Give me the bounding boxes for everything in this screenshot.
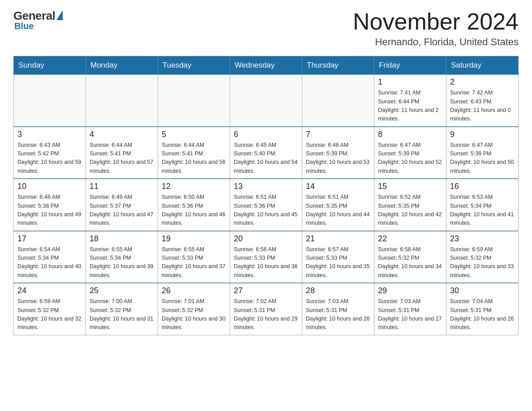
day-info: Sunrise: 6:49 AMSunset: 5:37 PMDaylight:… [90,193,154,228]
calendar-title: November 2024 [353,9,519,34]
day-number: 11 [90,182,154,191]
calendar-cell-w1-d5: 8Sunrise: 6:47 AMSunset: 5:39 PMDaylight… [374,127,446,179]
header-friday: Friday [374,56,446,75]
week-row-0: 1Sunrise: 7:41 AMSunset: 6:44 PMDaylight… [14,75,519,127]
day-number: 24 [17,286,82,295]
calendar-cell-w4-d4: 28Sunrise: 7:03 AMSunset: 5:31 PMDayligh… [302,283,374,335]
day-number: 17 [17,234,82,244]
calendar-cell-w0-d0 [14,75,86,127]
page-header: General Blue November 2024 Hernando, Flo… [13,9,519,48]
day-number: 20 [234,234,298,244]
location-subtitle: Hernando, Florida, United States [353,36,519,48]
calendar-cell-w2-d1: 11Sunrise: 6:49 AMSunset: 5:37 PMDayligh… [86,179,158,231]
day-number: 30 [450,286,515,295]
week-row-2: 10Sunrise: 6:48 AMSunset: 5:38 PMDayligh… [14,179,519,231]
calendar-cell-w3-d3: 20Sunrise: 6:56 AMSunset: 5:33 PMDayligh… [230,231,302,283]
day-info: Sunrise: 7:03 AMSunset: 5:31 PMDaylight:… [378,297,442,332]
day-number: 26 [162,286,226,295]
day-info: Sunrise: 6:52 AMSunset: 5:35 PMDaylight:… [378,193,442,228]
calendar-cell-w1-d3: 6Sunrise: 6:45 AMSunset: 5:40 PMDaylight… [230,127,302,179]
day-info: Sunrise: 6:53 AMSunset: 5:34 PMDaylight:… [450,193,515,228]
day-info: Sunrise: 6:46 AMSunset: 5:39 PMDaylight:… [306,141,370,176]
day-info: Sunrise: 7:41 AMSunset: 6:44 PMDaylight:… [378,89,442,124]
day-info: Sunrise: 7:03 AMSunset: 5:31 PMDaylight:… [306,297,370,332]
day-number: 29 [378,286,442,295]
day-info: Sunrise: 7:02 AMSunset: 5:31 PMDaylight:… [234,297,298,332]
calendar-cell-w4-d5: 29Sunrise: 7:03 AMSunset: 5:31 PMDayligh… [374,283,446,335]
calendar-cell-w2-d6: 16Sunrise: 6:53 AMSunset: 5:34 PMDayligh… [446,179,519,231]
calendar-cell-w3-d6: 23Sunrise: 6:59 AMSunset: 5:32 PMDayligh… [446,231,519,283]
calendar-cell-w0-d6: 2Sunrise: 7:42 AMSunset: 6:43 PMDaylight… [446,75,519,127]
calendar-cell-w1-d4: 7Sunrise: 6:46 AMSunset: 5:39 PMDaylight… [302,127,374,179]
calendar-cell-w4-d0: 24Sunrise: 6:59 AMSunset: 5:32 PMDayligh… [14,283,86,335]
day-number: 5 [162,130,226,139]
day-info: Sunrise: 6:57 AMSunset: 5:33 PMDaylight:… [306,245,370,280]
day-info: Sunrise: 6:51 AMSunset: 5:35 PMDaylight:… [306,193,370,228]
header-monday: Monday [86,56,158,75]
day-info: Sunrise: 6:59 AMSunset: 5:32 PMDaylight:… [450,245,515,280]
day-info: Sunrise: 6:43 AMSunset: 5:42 PMDaylight:… [17,141,82,176]
calendar-cell-w0-d3 [230,75,302,127]
calendar-cell-w3-d4: 21Sunrise: 6:57 AMSunset: 5:33 PMDayligh… [302,231,374,283]
day-number: 14 [306,182,370,191]
day-number: 1 [378,77,442,87]
day-info: Sunrise: 6:59 AMSunset: 5:32 PMDaylight:… [17,297,82,332]
day-info: Sunrise: 6:47 AMSunset: 5:39 PMDaylight:… [378,141,442,176]
day-info: Sunrise: 6:58 AMSunset: 5:32 PMDaylight:… [378,245,442,280]
day-info: Sunrise: 6:44 AMSunset: 5:41 PMDaylight:… [90,141,154,176]
day-info: Sunrise: 7:42 AMSunset: 6:43 PMDaylight:… [450,89,515,124]
header-tuesday: Tuesday [158,56,230,75]
day-number: 23 [450,234,515,244]
day-info: Sunrise: 6:44 AMSunset: 5:41 PMDaylight:… [162,141,226,176]
calendar-cell-w1-d2: 5Sunrise: 6:44 AMSunset: 5:41 PMDaylight… [158,127,230,179]
header-thursday: Thursday [302,56,374,75]
day-info: Sunrise: 6:55 AMSunset: 5:33 PMDaylight:… [162,245,226,280]
week-row-1: 3Sunrise: 6:43 AMSunset: 5:42 PMDaylight… [14,127,519,179]
calendar-cell-w3-d0: 17Sunrise: 6:54 AMSunset: 5:34 PMDayligh… [14,231,86,283]
calendar-cell-w2-d4: 14Sunrise: 6:51 AMSunset: 5:35 PMDayligh… [302,179,374,231]
calendar-cell-w3-d2: 19Sunrise: 6:55 AMSunset: 5:33 PMDayligh… [158,231,230,283]
day-number: 13 [234,182,298,191]
calendar-cell-w1-d6: 9Sunrise: 6:47 AMSunset: 5:38 PMDaylight… [446,127,519,179]
logo: General Blue [13,9,63,31]
day-number: 27 [234,286,298,295]
calendar-cell-w3-d1: 18Sunrise: 6:55 AMSunset: 5:34 PMDayligh… [86,231,158,283]
header-wednesday: Wednesday [230,56,302,75]
week-row-4: 24Sunrise: 6:59 AMSunset: 5:32 PMDayligh… [14,283,519,335]
day-number: 7 [306,130,370,139]
day-info: Sunrise: 6:54 AMSunset: 5:34 PMDaylight:… [17,245,82,280]
calendar-cell-w2-d0: 10Sunrise: 6:48 AMSunset: 5:38 PMDayligh… [14,179,86,231]
calendar-cell-w0-d2 [158,75,230,127]
calendar-cell-w0-d5: 1Sunrise: 7:41 AMSunset: 6:44 PMDaylight… [374,75,446,127]
day-number: 10 [17,182,82,191]
calendar-cell-w4-d3: 27Sunrise: 7:02 AMSunset: 5:31 PMDayligh… [230,283,302,335]
calendar-table: Sunday Monday Tuesday Wednesday Thursday… [13,56,519,335]
calendar-cell-w1-d0: 3Sunrise: 6:43 AMSunset: 5:42 PMDaylight… [14,127,86,179]
week-row-3: 17Sunrise: 6:54 AMSunset: 5:34 PMDayligh… [14,231,519,283]
day-number: 18 [90,234,154,244]
day-number: 4 [90,130,154,139]
day-number: 15 [378,182,442,191]
day-number: 9 [450,130,515,139]
day-number: 25 [90,286,154,295]
day-info: Sunrise: 6:50 AMSunset: 5:36 PMDaylight:… [162,193,226,228]
calendar-cell-w1-d1: 4Sunrise: 6:44 AMSunset: 5:41 PMDaylight… [86,127,158,179]
logo-blue-text: Blue [14,21,34,31]
calendar-cell-w4-d6: 30Sunrise: 7:04 AMSunset: 5:31 PMDayligh… [446,283,519,335]
day-info: Sunrise: 6:45 AMSunset: 5:40 PMDaylight:… [234,141,298,176]
day-info: Sunrise: 6:55 AMSunset: 5:34 PMDaylight:… [90,245,154,280]
day-info: Sunrise: 7:04 AMSunset: 5:31 PMDaylight:… [450,297,515,332]
day-number: 8 [378,130,442,139]
title-section: November 2024 Hernando, Florida, United … [353,9,519,48]
day-info: Sunrise: 7:00 AMSunset: 5:32 PMDaylight:… [90,297,154,332]
calendar-cell-w3-d5: 22Sunrise: 6:58 AMSunset: 5:32 PMDayligh… [374,231,446,283]
calendar-cell-w0-d1 [86,75,158,127]
day-info: Sunrise: 6:47 AMSunset: 5:38 PMDaylight:… [450,141,515,176]
day-info: Sunrise: 6:48 AMSunset: 5:38 PMDaylight:… [17,193,82,228]
day-number: 6 [234,130,298,139]
day-info: Sunrise: 6:56 AMSunset: 5:33 PMDaylight:… [234,245,298,280]
day-number: 28 [306,286,370,295]
header-saturday: Saturday [446,56,519,75]
weekday-header-row: Sunday Monday Tuesday Wednesday Thursday… [14,56,519,75]
day-info: Sunrise: 7:01 AMSunset: 5:32 PMDaylight:… [162,297,226,332]
